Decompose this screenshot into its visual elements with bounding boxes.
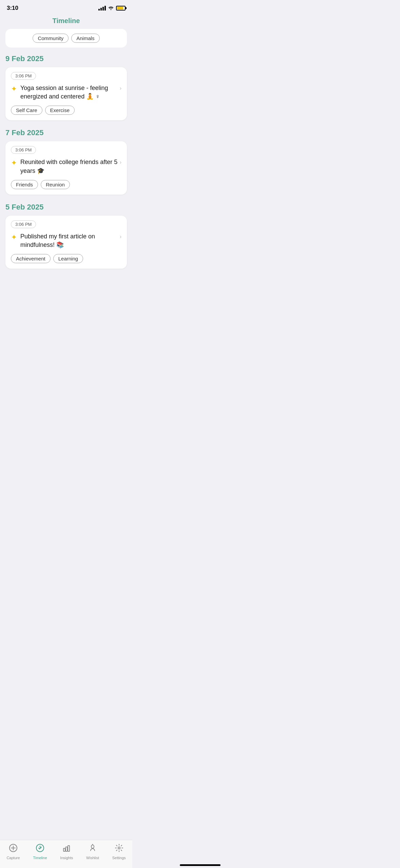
entry-content: ✦ Reunited with college friends after 5 … — [11, 158, 120, 175]
star-icon: ✦ — [11, 159, 17, 167]
signal-icon — [98, 6, 106, 11]
chevron-right-icon: › — [120, 234, 121, 240]
entry-time-feb9-0: 3:06 PM — [11, 72, 36, 80]
entry-tags-feb5-0: Achievement Learning — [11, 254, 121, 263]
entry-time-feb5-0: 3:06 PM — [11, 220, 36, 228]
top-partial-card: Community Animals — [5, 29, 127, 48]
status-icons — [98, 5, 126, 11]
tag-reunion: Reunion — [41, 180, 70, 189]
entry-tags-feb7-0: Friends Reunion — [11, 180, 121, 189]
page-header: Timeline — [0, 14, 132, 29]
star-icon: ✦ — [11, 85, 17, 93]
tag-self-care: Self Care — [11, 106, 42, 115]
chevron-right-icon: › — [120, 85, 121, 91]
date-header-feb7: 7 Feb 2025 — [0, 128, 132, 141]
wifi-icon — [108, 5, 114, 11]
entry-text-feb5-0: Published my first article on mindfulnes… — [20, 232, 120, 249]
chevron-right-icon: › — [120, 159, 121, 165]
entry-time-feb7-0: 3:06 PM — [11, 146, 36, 154]
tag-achievement: Achievement — [11, 254, 51, 263]
scroll-content: Community Animals 9 Feb 2025 3:06 PM ✦ Y… — [0, 29, 132, 311]
status-bar: 3:10 — [0, 0, 132, 14]
entry-content: ✦ Published my first article on mindfuln… — [11, 232, 120, 249]
star-icon: ✦ — [11, 233, 17, 242]
page-title: Timeline — [53, 17, 80, 24]
entry-text-feb7-0: Reunited with college friends after 5 ye… — [20, 158, 120, 175]
entry-tags-feb9-0: Self Care Exercise — [11, 106, 121, 115]
tag-learning: Learning — [53, 254, 83, 263]
entry-row: ✦ Yoga session at sunrise - feeling ener… — [11, 84, 121, 101]
entry-card-feb9-0[interactable]: 3:06 PM ✦ Yoga session at sunrise - feel… — [5, 67, 127, 120]
tag-animals: Animals — [71, 34, 99, 43]
status-time: 3:10 — [7, 5, 18, 12]
entry-card-feb5-0[interactable]: 3:06 PM ✦ Published my first article on … — [5, 216, 127, 269]
entry-text-feb9-0: Yoga session at sunrise - feeling energi… — [20, 84, 120, 101]
entry-card-feb7-0[interactable]: 3:06 PM ✦ Reunited with college friends … — [5, 141, 127, 194]
tag-friends: Friends — [11, 180, 38, 189]
battery-icon — [116, 6, 126, 11]
entry-row: ✦ Reunited with college friends after 5 … — [11, 158, 121, 175]
entry-row: ✦ Published my first article on mindfuln… — [11, 232, 121, 249]
tag-community: Community — [33, 34, 69, 43]
date-header-feb9: 9 Feb 2025 — [0, 54, 132, 67]
tag-exercise: Exercise — [45, 106, 75, 115]
date-header-feb5: 5 Feb 2025 — [0, 203, 132, 216]
entry-content: ✦ Yoga session at sunrise - feeling ener… — [11, 84, 120, 101]
